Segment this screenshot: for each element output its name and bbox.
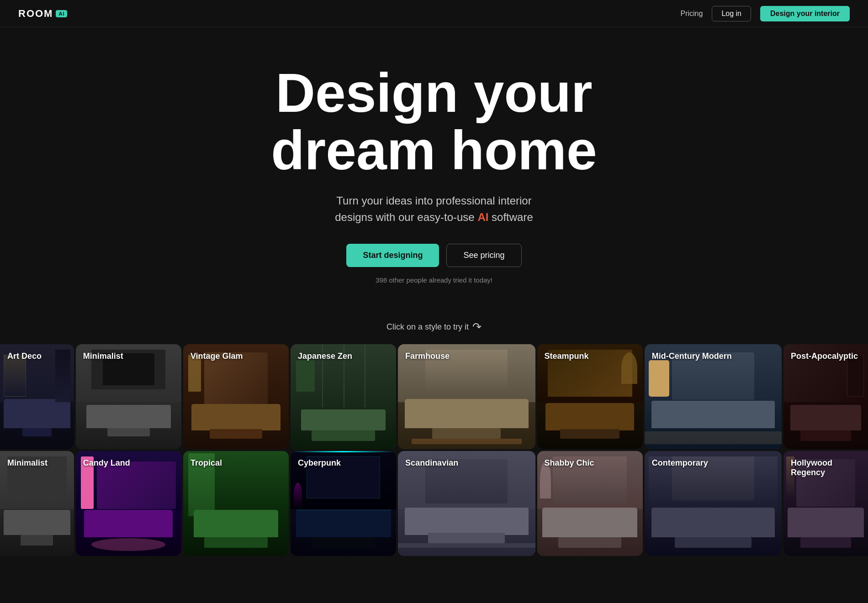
hero-subtitle: Turn your ideas into professional interi… <box>9 193 859 225</box>
start-designing-button[interactable]: Start designing <box>346 244 439 267</box>
hero-ai-highlight: AI <box>477 211 488 223</box>
style-label-hollywood-regency: Hollywood Regency <box>791 458 868 477</box>
style-label-scandinavian: Scandinavian <box>405 458 458 468</box>
style-row-1: Art Deco Minimalist <box>0 344 868 449</box>
style-card-scandinavian[interactable]: Scandinavian <box>398 451 535 556</box>
style-label-minimalist2: Minimalist <box>7 458 48 468</box>
hero-subtitle-part3: software <box>492 211 533 223</box>
nav-login-button[interactable]: Log in <box>712 6 751 21</box>
style-card-art-deco[interactable]: Art Deco <box>0 344 74 449</box>
hero-subtitle-part2: designs with our easy-to-use <box>335 211 474 223</box>
navbar: ROOM AI Pricing Log in Design your inter… <box>0 0 868 27</box>
style-label-farmhouse: Farmhouse <box>405 351 450 361</box>
style-card-minimalist2[interactable]: Minimalist <box>0 451 74 556</box>
styles-section: Click on a style to try it ↷ Art Deco <box>0 311 868 556</box>
style-label-steampunk: Steampunk <box>545 351 589 361</box>
hero-title: Design your dream home <box>9 64 859 179</box>
style-card-minimalist[interactable]: Minimalist <box>76 344 181 449</box>
logo-text: ROOM <box>18 8 53 20</box>
style-card-shabby-chic[interactable]: Shabby Chic <box>537 451 643 556</box>
see-pricing-button[interactable]: See pricing <box>446 244 521 267</box>
style-label-tropical: Tropical <box>191 458 222 468</box>
style-card-contemporary[interactable]: Contemporary <box>645 451 782 556</box>
nav-right: Pricing Log in Design your interior <box>680 6 850 21</box>
hint-container: Click on a style to try it ↷ <box>0 320 868 333</box>
style-label-mid-century: Mid-Century Modern <box>652 351 732 361</box>
style-card-vintage-glam[interactable]: Vintage Glam <box>183 344 289 449</box>
logo-badge: AI <box>56 10 67 17</box>
hero-title-line1: Design your <box>275 62 592 123</box>
style-label-cyberpunk: Cyberpunk <box>298 458 341 468</box>
style-label-vintage-glam: Vintage Glam <box>191 351 243 361</box>
style-card-steampunk[interactable]: Steampunk <box>537 344 643 449</box>
social-proof-text: 398 other people already tried it today! <box>9 276 859 284</box>
hint-arrow-icon: ↷ <box>472 320 482 333</box>
nav-pricing-link[interactable]: Pricing <box>680 10 703 18</box>
style-card-japanese-zen[interactable]: Japanese Zen <box>291 344 396 449</box>
style-label-art-deco: Art Deco <box>7 351 42 361</box>
hero-subtitle-part1: Turn your ideas into professional interi… <box>336 194 531 207</box>
style-card-candy-land[interactable]: Candy Land <box>76 451 181 556</box>
style-card-mid-century[interactable]: Mid-Century Modern <box>645 344 782 449</box>
style-label-contemporary: Contemporary <box>652 458 708 468</box>
hero-section: Design your dream home Turn your ideas i… <box>0 27 868 311</box>
style-label-minimalist: Minimalist <box>83 351 123 361</box>
style-card-hollywood-regency[interactable]: Hollywood Regency <box>783 451 868 556</box>
style-row-2: Minimalist Candy Land Tropical <box>0 451 868 556</box>
style-label-japanese-zen: Japanese Zen <box>298 351 352 361</box>
logo[interactable]: ROOM AI <box>18 8 67 20</box>
style-card-cyberpunk[interactable]: Cyberpunk <box>291 451 396 556</box>
hero-title-line2: dream home <box>271 120 597 181</box>
style-card-post-apocalyptic[interactable]: Post-Apocalyptic <box>783 344 868 449</box>
style-card-tropical[interactable]: Tropical <box>183 451 289 556</box>
hero-buttons: Start designing See pricing <box>9 244 859 267</box>
style-label-post-apocalyptic: Post-Apocalyptic <box>791 351 858 361</box>
nav-cta-button[interactable]: Design your interior <box>760 6 850 21</box>
style-label-shabby-chic: Shabby Chic <box>545 458 594 468</box>
style-label-candy-land: Candy Land <box>83 458 130 468</box>
style-card-farmhouse[interactable]: Farmhouse <box>398 344 535 449</box>
hint-text: Click on a style to try it <box>386 322 469 332</box>
